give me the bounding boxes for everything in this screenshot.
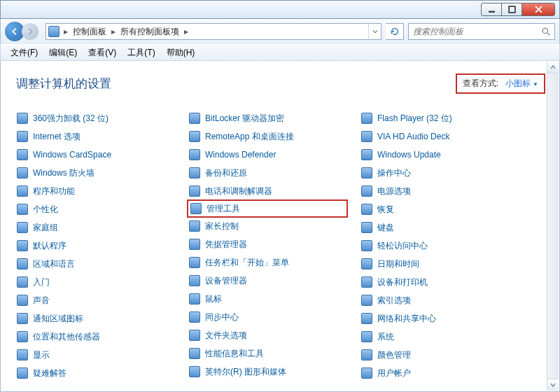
view-mode-value[interactable]: 小图标▼ xyxy=(505,78,538,90)
control-panel-item[interactable]: 文件夹选项 xyxy=(188,326,346,344)
control-panel-item[interactable]: 默认程序 xyxy=(16,237,174,255)
item-label: 性能信息和工具 xyxy=(205,348,264,360)
control-panel-item[interactable]: 轻松访问中心 xyxy=(360,237,519,255)
item-label: 颜色管理 xyxy=(377,349,411,361)
close-icon xyxy=(535,6,542,13)
nav-bar: ▸ 控制面板 ▸ 所有控制面板项 ▸ xyxy=(0,19,560,44)
title-bar xyxy=(0,0,560,19)
address-bar[interactable]: ▸ 控制面板 ▸ 所有控制面板项 ▸ xyxy=(46,23,382,40)
address-dropdown-button[interactable] xyxy=(368,24,381,39)
performance-info-icon xyxy=(188,347,201,360)
menu-tools[interactable]: 工具(T) xyxy=(123,46,159,60)
control-panel-item[interactable]: 备份和还原 xyxy=(188,164,346,182)
control-panel-item[interactable]: 显示 xyxy=(16,346,174,364)
control-panel-item[interactable]: 家长控制 xyxy=(188,217,346,235)
control-panel-item[interactable]: 声音 xyxy=(16,291,174,309)
control-panel-item[interactable]: 电话和调制解调器 xyxy=(188,182,346,200)
items-column: 360强力卸载 (32 位)Internet 选项Windows CardSpa… xyxy=(16,109,174,382)
control-panel-item[interactable]: 通知区域图标 xyxy=(16,309,174,328)
vertical-scrollbar[interactable] xyxy=(547,62,559,391)
control-panel-item[interactable]: Windows 防火墙 xyxy=(16,164,174,182)
maximize-button[interactable] xyxy=(501,3,522,16)
breadcrumb-sep-root[interactable]: ▸ xyxy=(62,27,70,36)
control-panel-item[interactable]: 同步中心 xyxy=(188,308,346,326)
control-panel-item[interactable]: 个性化 xyxy=(16,200,174,218)
system-icon xyxy=(360,330,373,343)
control-panel-item[interactable]: 索引选项 xyxy=(360,291,519,309)
control-panel-item[interactable]: 系统 xyxy=(360,328,519,346)
control-panel-item[interactable]: 鼠标 xyxy=(188,290,346,308)
item-label: 凭据管理器 xyxy=(205,239,247,251)
item-label: 疑难解答 xyxy=(33,368,66,379)
devices-printers-icon xyxy=(360,276,373,288)
item-label: 声音 xyxy=(33,295,50,307)
control-panel-item[interactable]: 入门 xyxy=(16,273,174,291)
breadcrumb-all-items[interactable]: 所有控制面板项 xyxy=(118,26,182,38)
breadcrumb-control-panel[interactable]: 控制面板 xyxy=(70,26,109,38)
refresh-button[interactable] xyxy=(386,23,404,40)
control-panel-item[interactable]: 键盘 xyxy=(360,218,519,237)
search-box[interactable] xyxy=(408,23,555,40)
parental-controls-icon xyxy=(188,220,201,232)
credential-manager-icon xyxy=(188,238,201,251)
forward-button[interactable] xyxy=(22,23,38,40)
item-label: RemoteApp 和桌面连接 xyxy=(205,131,294,143)
phone-modem-icon xyxy=(188,185,201,197)
search-input[interactable] xyxy=(409,27,538,36)
control-panel-item[interactable]: 疑难解答 xyxy=(16,364,174,382)
breadcrumb-sep-2[interactable]: ▸ xyxy=(182,27,190,36)
menu-help[interactable]: 帮助(H) xyxy=(162,46,200,60)
control-panel-item[interactable]: RemoteApp 和桌面连接 xyxy=(188,127,346,146)
control-panel-item[interactable]: VIA HD Audio Deck xyxy=(360,127,519,146)
menu-file[interactable]: 文件(F) xyxy=(6,46,42,60)
content-area: 调整计算机的设置 查看方式: 小图标▼ 360强力卸载 (32 位)Intern… xyxy=(0,61,560,392)
control-panel-item[interactable]: 颜色管理 xyxy=(360,346,519,364)
control-panel-item[interactable]: 任务栏和「开始」菜单 xyxy=(188,253,346,272)
control-panel-item[interactable]: Flash Player (32 位) xyxy=(360,109,519,127)
control-panel-item[interactable]: 家庭组 xyxy=(16,218,174,237)
breadcrumb-sep-1[interactable]: ▸ xyxy=(109,27,118,36)
control-panel-item[interactable]: 电源选项 xyxy=(360,182,519,200)
scroll-down-button[interactable] xyxy=(547,379,559,391)
control-panel-item[interactable]: 性能信息和工具 xyxy=(188,344,346,363)
menu-view[interactable]: 查看(V) xyxy=(84,46,120,60)
region-language-icon xyxy=(16,258,29,270)
control-panel-item[interactable]: 设备管理器 xyxy=(188,272,346,290)
forward-arrow-icon xyxy=(25,27,35,36)
control-panel-item[interactable]: 操作中心 xyxy=(360,164,519,182)
item-label: 默认程序 xyxy=(33,240,66,252)
recovery-icon xyxy=(360,203,373,216)
control-panel-item[interactable]: 网络和共享中心 xyxy=(360,309,519,328)
control-panel-item[interactable]: 凭据管理器 xyxy=(188,235,346,253)
flash-player-icon xyxy=(360,112,373,125)
control-panel-item[interactable]: 管理工具 xyxy=(187,200,348,218)
minimize-button[interactable] xyxy=(481,3,502,16)
item-label: 个性化 xyxy=(33,204,58,216)
menu-edit[interactable]: 编辑(E) xyxy=(45,46,81,60)
search-button[interactable] xyxy=(538,27,554,36)
item-label: 家庭组 xyxy=(33,222,58,234)
control-panel-item[interactable]: 英特尔(R) 图形和媒体 xyxy=(188,363,346,381)
view-mode-selector: 查看方式: 小图标▼ xyxy=(456,74,545,94)
scroll-up-button[interactable] xyxy=(547,62,559,74)
control-panel-item[interactable]: 位置和其他传感器 xyxy=(16,328,174,346)
default-programs-icon xyxy=(16,239,29,252)
item-label: 任务栏和「开始」菜单 xyxy=(205,257,289,269)
control-panel-item[interactable]: 日期和时间 xyxy=(360,255,519,273)
control-panel-item[interactable]: Windows CardSpace xyxy=(16,146,174,164)
control-panel-item[interactable]: 360强力卸载 (32 位) xyxy=(16,109,174,127)
folder-options-icon xyxy=(188,329,201,342)
control-panel-item[interactable]: 用户帐户 xyxy=(360,364,519,382)
control-panel-item[interactable]: Windows Defender xyxy=(188,146,346,164)
control-panel-item[interactable]: 设备和打印机 xyxy=(360,273,519,291)
close-button[interactable] xyxy=(522,3,555,16)
control-panel-item[interactable]: 恢复 xyxy=(360,200,519,218)
control-panel-item[interactable]: 程序和功能 xyxy=(16,182,174,200)
item-label: 索引选项 xyxy=(377,295,411,307)
notification-area-icon xyxy=(16,312,29,325)
control-panel-item[interactable]: Internet 选项 xyxy=(16,127,174,146)
control-panel-item[interactable]: Windows Update xyxy=(360,146,519,164)
control-panel-item[interactable]: 区域和语言 xyxy=(16,255,174,273)
control-panel-item[interactable]: BitLocker 驱动器加密 xyxy=(188,109,346,127)
item-label: 管理工具 xyxy=(206,203,240,215)
